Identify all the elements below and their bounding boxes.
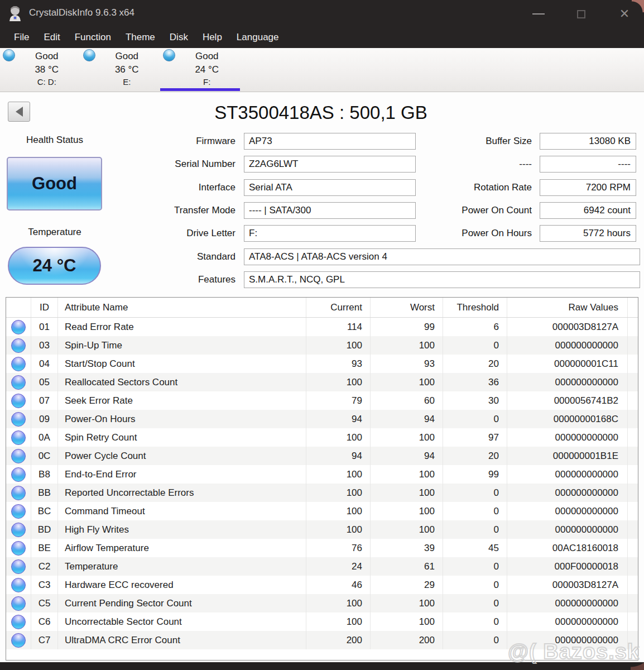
field-value-rotation-rate: 7200 RPM: [540, 179, 636, 196]
watermark-corner-artifact: [632, 0, 644, 12]
cell-attribute-name: Spin Retry Count: [58, 428, 306, 447]
tab-drive-letters: F:: [174, 77, 241, 87]
cell-id: 07: [31, 391, 58, 410]
cell-current: 94: [306, 410, 371, 428]
crystaldiskinfo-window: CrystalDiskInfo 9.6.3 x64 ✕ FileEditFunc…: [0, 0, 644, 670]
smart-row-b8[interactable]: B8End-to-End Error10010099000000000000: [6, 465, 638, 484]
smart-row-01[interactable]: 01Read Error Rate114996000003D8127A: [6, 318, 638, 336]
cell-threshold: 30: [443, 391, 507, 410]
drive-tab-c-d[interactable]: Good38 °CC: D:: [0, 48, 80, 92]
cell-attribute-name: High Fly Writes: [58, 520, 306, 539]
smart-row-bc[interactable]: BCCommand Timeout1001000000000000000: [6, 502, 638, 520]
cell-status: [6, 318, 31, 336]
cell-spacer: [628, 410, 638, 428]
close-icon[interactable]: ✕: [615, 7, 634, 21]
menu-item-disk[interactable]: Disk: [162, 30, 195, 45]
cell-threshold: 0: [443, 612, 507, 631]
tab-temperature: 24 °C: [174, 64, 241, 75]
menu-item-help[interactable]: Help: [195, 30, 229, 45]
cell-status: [6, 484, 31, 502]
menu-item-file[interactable]: File: [7, 30, 36, 45]
cell-id: 03: [31, 336, 58, 355]
maximize-icon[interactable]: [571, 7, 590, 21]
status-orb-icon: [11, 467, 26, 482]
field-label-power-on-count: Power On Count: [397, 202, 536, 219]
smart-row-c7[interactable]: C7UltraDMA CRC Error Count20020000000000…: [6, 631, 638, 649]
smart-row-07[interactable]: 07Seek Error Rate7960300000056741B2: [6, 391, 638, 410]
field-label-buffer-size: Buffer Size: [397, 133, 536, 150]
cell-status: [6, 502, 31, 520]
cell-attribute-name: Current Pending Sector Count: [58, 594, 306, 612]
tab-text: Good36 °CE:: [94, 48, 161, 87]
cell-current: 100: [306, 465, 371, 484]
field-value-power-on-hours: 5772 hours: [540, 225, 636, 242]
smart-row-0a[interactable]: 0ASpin Retry Count10010097000000000000: [6, 428, 638, 447]
smart-row-09[interactable]: 09Power-On Hours9494000000000168C: [6, 410, 638, 428]
header-cell-raw-values: Raw Values: [507, 298, 628, 317]
cell-id: C7: [31, 631, 58, 649]
titlebar: CrystalDiskInfo 9.6.3 x64 ✕: [0, 0, 644, 27]
cell-id: C6: [31, 612, 58, 631]
status-orb-icon: [11, 504, 26, 519]
field-label-dashes: ----: [397, 156, 536, 173]
menu-item-theme[interactable]: Theme: [118, 30, 162, 45]
smart-row-bb[interactable]: BBReported Uncorrectable Errors100100000…: [6, 484, 638, 502]
status-orb-icon: [11, 523, 26, 537]
menu-item-edit[interactable]: Edit: [36, 30, 67, 45]
cell-status: [6, 410, 31, 428]
tab-health-status: Good: [94, 51, 161, 62]
cell-status: [6, 539, 31, 557]
smart-row-0c[interactable]: 0CPower Cycle Count949420000000001B1E: [6, 447, 638, 465]
smart-row-c5[interactable]: C5Current Pending Sector Count1001000000…: [6, 594, 638, 612]
cell-current: 76: [306, 539, 371, 557]
menu-item-function[interactable]: Function: [68, 30, 118, 45]
cell-raw-values: 000000000000: [507, 502, 628, 520]
tab-temperature: 36 °C: [94, 64, 161, 75]
minimize-icon[interactable]: [529, 7, 548, 21]
cell-id: 01: [31, 318, 58, 336]
cell-worst: 93: [371, 355, 443, 373]
cell-attribute-name: Airflow Temperature: [58, 539, 306, 557]
cell-status: [6, 520, 31, 539]
smart-row-be[interactable]: BEAirflow Temperature76394500AC18160018: [6, 539, 638, 557]
menu-item-language[interactable]: Language: [229, 30, 286, 45]
cell-worst: 100: [371, 428, 443, 447]
smart-row-c6[interactable]: C6Uncorrectable Sector Count100100000000…: [6, 612, 638, 631]
tab-text: Good38 °CC: D:: [13, 48, 80, 87]
cell-spacer: [628, 355, 638, 373]
cell-status: [6, 391, 31, 410]
drive-tab-e[interactable]: Good36 °CE:: [80, 48, 161, 92]
smart-row-04[interactable]: 04Start/Stop Count939320000000001C11: [6, 355, 638, 373]
cell-raw-values: 000000000000: [507, 484, 628, 502]
cell-raw-values: 000000000000: [507, 465, 628, 484]
cell-raw-values: 000000001C11: [507, 355, 628, 373]
cell-threshold: 0: [443, 631, 507, 649]
field-label-standard: Standard: [106, 248, 240, 265]
header-cell-attribute-name: Attribute Name: [58, 298, 306, 317]
smart-row-c3[interactable]: C3Hardware ECC recovered46290000003D8127…: [6, 576, 638, 594]
cell-attribute-name: Command Timeout: [58, 502, 306, 520]
status-orb-icon: [11, 615, 26, 629]
cell-attribute-name: End-to-End Error: [58, 465, 306, 484]
cell-raw-values: 000F00000018: [507, 557, 628, 576]
cell-threshold: 0: [443, 594, 507, 612]
header-cell-current: Current: [306, 298, 371, 317]
previous-drive-button[interactable]: [8, 102, 30, 122]
cell-spacer: [628, 612, 638, 631]
cell-threshold: 20: [443, 447, 507, 465]
smart-row-c2[interactable]: C2Temperature24610000F00000018: [6, 557, 638, 576]
status-orb-icon: [11, 375, 26, 390]
smart-row-bd[interactable]: BDHigh Fly Writes1001000000000000000: [6, 520, 638, 539]
smart-row-03[interactable]: 03Spin-Up Time1001000000000000000: [6, 336, 638, 355]
cell-raw-values: 000000000000: [507, 520, 628, 539]
cell-worst: 100: [371, 465, 443, 484]
cell-status: [6, 428, 31, 447]
status-orb-icon: [11, 357, 26, 371]
status-orb-icon: [11, 394, 26, 408]
smart-row-05[interactable]: 05Reallocated Sectors Count1001003600000…: [6, 373, 638, 391]
drive-tab-f[interactable]: Good24 °CF:: [160, 48, 241, 92]
cell-raw-values: 000000000000: [507, 612, 628, 631]
drive-tab-bar: Good38 °CC: D:Good36 °CE:Good24 °CF:: [0, 48, 644, 92]
field-label-rotation-rate: Rotation Rate: [397, 179, 536, 196]
cell-worst: 100: [371, 594, 443, 612]
